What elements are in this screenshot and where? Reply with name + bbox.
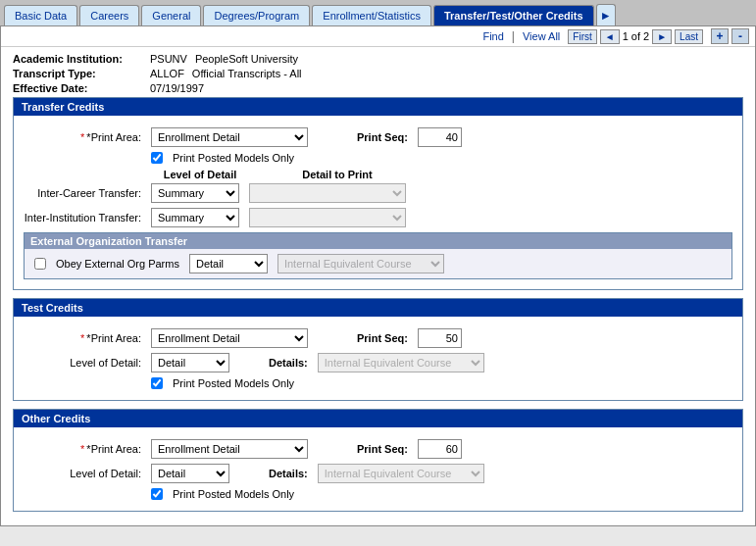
test-print-area-row: *Print Area: Enrollment Detail Print Seq… (24, 328, 732, 348)
other-print-area-row: *Print Area: Enrollment Detail Print Seq… (24, 439, 732, 459)
view-all-link[interactable]: View All (523, 30, 560, 42)
other-details-label: Details: (269, 468, 308, 479)
tab-general[interactable]: General (141, 5, 201, 25)
header-fields: Academic Institution: PSUNV PeopleSoft U… (1, 47, 755, 525)
inter-institution-label: Inter-Institution Transfer: (24, 212, 141, 223)
test-print-seq-label: Print Seq: (357, 332, 408, 344)
other-print-seq-input[interactable] (418, 439, 462, 459)
inter-career-label: Inter-Career Transfer: (24, 187, 141, 199)
main-content: Find | View All First ◄ 1 of 2 ► Last + … (0, 25, 756, 526)
effective-date-value: 07/19/1997 (150, 82, 204, 94)
effective-date-label: Effective Date: (13, 82, 150, 94)
other-credits-header: Other Credits (14, 410, 742, 427)
transfer-credits-header: Transfer Credits (14, 98, 742, 116)
tab-careers[interactable]: Careers (79, 5, 139, 25)
test-print-seq-input[interactable] (418, 328, 462, 348)
external-org-section: External Organization Transfer Obey Exte… (24, 232, 732, 279)
transfer-credits-section: Transfer Credits *Print Area: Enrollment… (13, 97, 743, 290)
test-credits-section: Test Credits *Print Area: Enrollment Det… (13, 298, 743, 401)
tab-basic-data[interactable]: Basic Data (4, 5, 77, 25)
test-print-area-label: *Print Area: (24, 332, 141, 344)
external-org-header: External Organization Transfer (25, 233, 731, 249)
transcript-row: Transcript Type: ALLOF Official Transcri… (13, 68, 743, 79)
other-level-detail-select[interactable]: Detail Summary (151, 464, 229, 483)
transfer-print-seq-label: Print Seq: (357, 131, 408, 143)
nav-controls: First ◄ 1 of 2 ► Last (568, 29, 703, 44)
other-level-detail-row: Level of Detail: Detail Summary Details:… (24, 464, 732, 483)
col-level-detail-header: Level of Detail (151, 169, 249, 180)
test-level-detail-row: Level of Detail: Detail Summary Details:… (24, 353, 732, 372)
transcript-label: Transcript Type: (13, 68, 150, 79)
other-print-posted-checkbox[interactable] (151, 488, 163, 500)
test-print-posted-checkbox[interactable] (151, 377, 163, 389)
tab-next-arrow[interactable]: ► (596, 4, 616, 25)
other-print-seq-label: Print Seq: (357, 443, 408, 455)
nav-page-indicator: 1 of 2 (623, 30, 650, 42)
other-print-area-label: *Print Area: (24, 443, 141, 455)
test-print-posted-label: Print Posted Models Only (173, 377, 294, 389)
institution-name: PeopleSoft University (195, 53, 298, 65)
transfer-print-posted-row: Print Posted Models Only (24, 152, 732, 164)
inter-institution-row: Inter-Institution Transfer: Summary Deta… (24, 208, 732, 227)
institution-label: Academic Institution: (13, 53, 150, 65)
transfer-print-posted-label: Print Posted Models Only (173, 152, 294, 164)
nav-last-button[interactable]: Last (675, 29, 703, 44)
test-credits-content: *Print Area: Enrollment Detail Print Seq… (14, 323, 742, 400)
other-print-posted-row: Print Posted Models Only (24, 488, 732, 500)
tab-enrollment-statistics[interactable]: Enrollment/Statistics (312, 5, 431, 25)
transfer-credits-content: *Print Area: Enrollment Detail Print Seq… (14, 122, 742, 289)
transcript-code: ALLOF (150, 68, 184, 79)
toolbar-separator: | (512, 29, 515, 43)
external-org-detail-select[interactable]: Detail Summary (189, 254, 268, 273)
nav-first-button[interactable]: First (568, 29, 596, 44)
other-details-select[interactable]: Internal Equivalent Course (318, 464, 484, 483)
test-details-label: Details: (269, 357, 308, 369)
other-print-posted-label: Print Posted Models Only (173, 488, 294, 500)
other-credits-section: Other Credits *Print Area: Enrollment De… (13, 409, 743, 512)
tab-bar: Basic Data Careers General Degrees/Progr… (0, 0, 756, 25)
find-link[interactable]: Find (482, 30, 503, 42)
obey-external-org-checkbox[interactable] (34, 258, 46, 270)
external-org-detail-to-print-select[interactable]: Internal Equivalent Course (277, 254, 444, 273)
test-details-select[interactable]: Internal Equivalent Course (318, 353, 484, 372)
col-detail-to-print-header: Detail to Print (259, 169, 416, 180)
external-org-content: Obey External Org Parms Detail Summary I… (25, 249, 731, 278)
inter-career-row: Inter-Career Transfer: Summary Detail (24, 183, 732, 203)
tab-transfer-test-other-credits[interactable]: Transfer/Test/Other Credits (433, 5, 594, 25)
inter-career-select[interactable]: Summary Detail (151, 183, 239, 203)
other-credits-content: *Print Area: Enrollment Detail Print Seq… (14, 433, 742, 511)
other-print-area-select[interactable]: Enrollment Detail (151, 439, 308, 459)
other-level-detail-label: Level of Detail: (24, 468, 141, 479)
transcript-name: Official Transcripts - All (192, 68, 302, 79)
transfer-print-area-label: *Print Area: (24, 131, 141, 143)
transfer-print-area-row: *Print Area: Enrollment Detail Print Seq… (24, 127, 732, 147)
nav-prev-button[interactable]: ◄ (600, 29, 620, 44)
inter-institution-detail-select[interactable] (249, 208, 406, 227)
inter-career-detail-select[interactable] (249, 183, 406, 203)
test-credits-header: Test Credits (14, 299, 742, 317)
test-print-area-select[interactable]: Enrollment Detail (151, 328, 308, 348)
tab-degrees-program[interactable]: Degrees/Program (203, 5, 310, 25)
test-level-detail-label: Level of Detail: (24, 357, 141, 369)
institution-code: PSUNV (150, 53, 187, 65)
institution-row: Academic Institution: PSUNV PeopleSoft U… (13, 53, 743, 65)
effective-date-row: Effective Date: 07/19/1997 (13, 82, 743, 94)
nav-next-button[interactable]: ► (652, 29, 672, 44)
add-row-button[interactable]: + (711, 28, 729, 44)
transfer-print-area-select[interactable]: Enrollment Detail (151, 127, 308, 147)
test-print-posted-row: Print Posted Models Only (24, 377, 732, 389)
transfer-print-posted-checkbox[interactable] (151, 152, 163, 164)
transfer-print-seq-input[interactable] (418, 127, 462, 147)
inter-institution-select[interactable]: Summary Detail (151, 208, 239, 227)
obey-external-org-label: Obey External Org Parms (56, 258, 179, 270)
toolbar: Find | View All First ◄ 1 of 2 ► Last + … (1, 26, 755, 47)
add-remove-buttons: + - (711, 28, 749, 44)
remove-row-button[interactable]: - (731, 28, 749, 44)
transfer-col-headers: Level of Detail Detail to Print (24, 169, 732, 180)
test-level-detail-select[interactable]: Detail Summary (151, 353, 229, 372)
